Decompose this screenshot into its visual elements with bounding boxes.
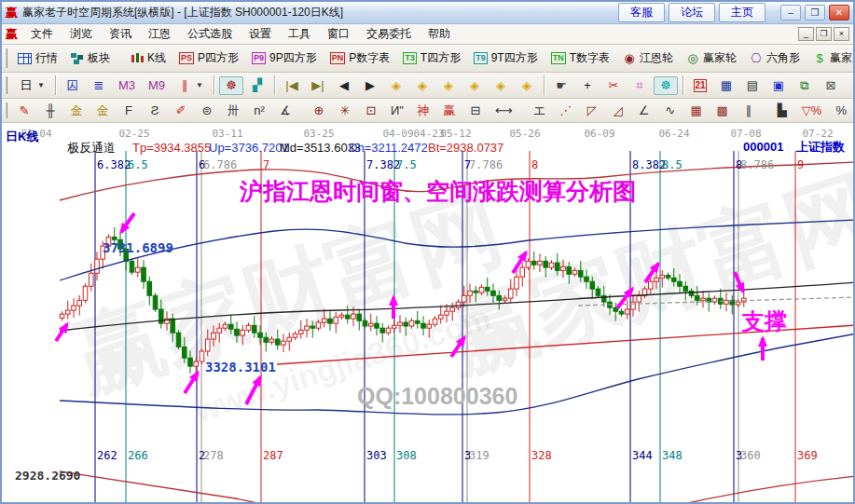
- box-target-tool[interactable]: ⊡: [359, 102, 383, 120]
- gold-square-tool[interactable]: 金: [64, 102, 89, 120]
- beam-tool[interactable]: エ: [528, 102, 552, 120]
- period-day-dropdown[interactable]: 日▼: [14, 76, 50, 95]
- gann-grid-tool[interactable]: ╫: [38, 102, 62, 120]
- hand-drag-tool[interactable]: ☛: [549, 76, 573, 95]
- zigzag-tool[interactable]: ∿: [658, 102, 683, 120]
- maximize-button[interactable]: ❐: [805, 5, 825, 20]
- save-tool-icon: ▣: [772, 79, 785, 92]
- candle-body: [637, 295, 641, 302]
- diamond-expand-tool[interactable]: ◈: [436, 76, 461, 95]
- candle-body: [596, 289, 600, 295]
- parallel-tool[interactable]: ∥: [737, 102, 761, 120]
- win-grid-tool[interactable]: 赢: [437, 102, 462, 120]
- gold-square2-tool[interactable]: 金: [90, 102, 115, 120]
- save-tool[interactable]: ▣: [766, 76, 791, 95]
- spiral-tool[interactable]: Ƨ: [143, 102, 167, 120]
- cyan-wheel-tool[interactable]: ☸: [654, 76, 678, 95]
- chart-m9-tool[interactable]: M9: [143, 76, 171, 95]
- forum-button[interactable]: 论坛: [669, 3, 715, 22]
- h-span-tool[interactable]: ⟷: [490, 102, 518, 120]
- menu-6[interactable]: 工具: [280, 24, 319, 44]
- gann-target-tool[interactable]: ⊕: [307, 102, 331, 120]
- shen-grid-tool[interactable]: 神: [411, 102, 435, 120]
- customer-service-button[interactable]: 客服: [618, 3, 665, 22]
- export-tool[interactable]: ⧉: [793, 76, 817, 95]
- diamond-right-tool[interactable]: ◈: [410, 76, 434, 95]
- erase-mark-tool[interactable]: ✂: [601, 76, 626, 95]
- chart-pane[interactable]: 赢家财富网www.yingjia360.com赢家财富网 02-0402-250…: [2, 123, 853, 502]
- menu-8[interactable]: 交易委托: [358, 24, 420, 44]
- toolbar-separator: [683, 75, 683, 94]
- marker-tool[interactable]: ✐: [169, 102, 193, 120]
- protractor-tool[interactable]: ∡: [273, 102, 297, 120]
- minimize-button[interactable]: –: [780, 5, 801, 20]
- diamond-center-tool[interactable]: ◈: [515, 76, 539, 95]
- winner-service-button[interactable]: $赢家服务: [807, 48, 853, 69]
- fan-box-tool[interactable]: ◸: [580, 102, 604, 120]
- next-bar-button[interactable]: ▶: [358, 76, 382, 95]
- time-line-top-label: 6.5: [128, 159, 148, 171]
- memo-tool[interactable]: ▤: [740, 76, 765, 95]
- volume-chart-tool[interactable]: ▞: [245, 76, 269, 95]
- diamond-star-tool[interactable]: ◈: [489, 76, 513, 95]
- k-notation-tool[interactable]: И": [385, 102, 409, 120]
- menu-9[interactable]: 帮助: [420, 24, 459, 44]
- ruler-123-tool[interactable]: ⊟: [463, 102, 488, 120]
- mdi-minimize-button[interactable]: _: [798, 27, 814, 41]
- hexagon-button[interactable]: ⎔六角形: [744, 48, 806, 69]
- menu-3[interactable]: 江恩: [140, 24, 179, 44]
- diamond-left-tool[interactable]: ◈: [384, 76, 408, 95]
- calendar-tool[interactable]: 21: [688, 76, 712, 95]
- pen-tool[interactable]: ✎: [12, 102, 36, 120]
- fan-box2-tool[interactable]: ◿: [606, 102, 630, 120]
- close-button[interactable]: ✕: [829, 5, 849, 20]
- t-square-button[interactable]: T3T四方形: [397, 48, 466, 69]
- pattern-window-tool[interactable]: 囚: [61, 76, 85, 95]
- mdi-restore-button[interactable]: ❐: [816, 27, 832, 41]
- prev-bar-button[interactable]: ◀: [332, 76, 356, 95]
- last-bar-button[interactable]: ▶|: [306, 76, 330, 95]
- crosshair-tool[interactable]: +: [575, 76, 600, 95]
- homepage-button[interactable]: 主页: [719, 3, 765, 22]
- p-square-button[interactable]: PSP四方形: [173, 48, 244, 69]
- calculator-tool[interactable]: ▦: [714, 76, 738, 95]
- menu-4[interactable]: 公式选股: [179, 24, 241, 44]
- angle-line-tool[interactable]: ∠: [632, 102, 656, 120]
- sectors-button[interactable]: 板块: [65, 48, 116, 69]
- depth-bars-tool[interactable]: ▙: [770, 102, 794, 120]
- 9p-square-button[interactable]: P99P四方形: [246, 48, 323, 69]
- f-square-tool[interactable]: F: [117, 102, 141, 120]
- kline-button[interactable]: K线: [125, 48, 172, 69]
- quotes-button[interactable]: 行情: [12, 48, 63, 69]
- menu-2[interactable]: 资讯: [101, 24, 140, 44]
- starburst-tool[interactable]: ✳: [333, 102, 357, 120]
- candle-style-dropdown[interactable]: ∥▼: [172, 76, 209, 95]
- calculator-tool-icon: ▦: [720, 79, 733, 92]
- gann-wheel-button[interactable]: ◉江恩轮: [617, 48, 679, 69]
- menu-0[interactable]: 文件: [22, 24, 62, 44]
- gann-wheel-red-tool[interactable]: ☸: [219, 76, 243, 95]
- candle-body: [147, 281, 152, 295]
- comb-tool[interactable]: 卅: [221, 102, 245, 120]
- note-list-tool[interactable]: ≣: [87, 76, 111, 95]
- pink-grid-tool[interactable]: ⌗: [627, 76, 652, 95]
- pct-tool[interactable]: %: [829, 102, 853, 120]
- n-square-tool[interactable]: n²: [247, 102, 271, 120]
- chart-m3-tool[interactable]: M3: [113, 76, 141, 95]
- red-grid2-tool[interactable]: ▩: [710, 102, 735, 120]
- menu-1[interactable]: 浏览: [62, 24, 101, 44]
- p-table-button[interactable]: PNP数字表: [324, 48, 396, 69]
- 9t-square-button[interactable]: T99T四方形: [468, 48, 544, 69]
- red-grid-tool[interactable]: ▦: [684, 102, 709, 120]
- mdi-close-button[interactable]: ×: [834, 27, 849, 41]
- first-bar-button[interactable]: |◀: [280, 76, 304, 95]
- menu-5[interactable]: 设置: [241, 24, 280, 44]
- diamond-compress-tool[interactable]: ◈: [462, 76, 487, 95]
- circle-ruler-tool[interactable]: ⊜: [195, 102, 219, 120]
- menu-7[interactable]: 窗口: [319, 24, 358, 44]
- fan-lines-tool[interactable]: ⋰: [554, 102, 578, 120]
- winner-wheel-button[interactable]: ◎赢家轮: [681, 48, 742, 69]
- t-table-button[interactable]: TNT数字表: [545, 48, 615, 69]
- send-tool[interactable]: ⊠: [819, 76, 843, 95]
- pct-retrace-tool[interactable]: ▽%: [796, 102, 828, 120]
